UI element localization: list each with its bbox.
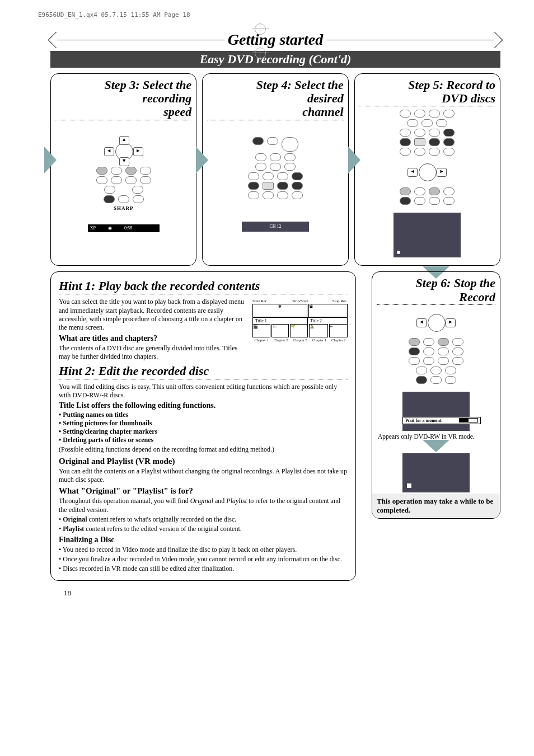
arrow-right-icon [348,147,360,173]
appears-note: Appears only DVD-RW in VR mode. [377,433,495,440]
page-number: 18 [50,581,500,598]
page-content: Getting started Easy DVD recording (Cont… [0,24,534,620]
disc-icon: ◉ [108,226,112,231]
step5-t2: DVD discs [442,91,495,105]
arrow-down-icon [423,440,449,452]
step3-box: Step 3: Select the recording speed ◄ ► ▲… [50,73,196,266]
playlist-li: • Playlist content refers to the edited … [59,525,348,533]
step6-t1: Step 6: Stop the [416,276,495,290]
step6-screen1: Wait for a moment. [402,392,470,431]
step4-box: Step 4: Select the desired channel CH 12 [202,73,348,266]
step3-t2: recording [142,91,191,105]
remote-illustration: ◄ ► [402,308,470,384]
page-title: Getting started [228,31,323,49]
fin-heading: Finalizing a Disc [59,536,348,544]
fin1: • You need to record in Video mode and f… [59,546,348,554]
title-chapter-diagram: Start Rec.Stop/StartStop Rec. ✽📽 Title 1… [252,299,348,342]
hints-block: Hint 1: Play back the recorded contents … [50,271,356,580]
step3-t3: speed [163,105,191,119]
step4-t1: Step 4: Select the [256,78,344,92]
step6-column: Step 6: Stop the Record ◄ ► Wait for a m… [372,271,500,518]
title-band: Getting started [50,31,500,49]
chevron-left-icon [48,31,65,48]
step4-t3: channel [302,105,343,119]
stop-icon [407,483,411,488]
remote-illustration [242,137,309,199]
step5-screen [394,213,461,257]
step6-screen2 [402,453,470,492]
wait-label: Wait for a moment. [405,418,443,423]
hint1-suba: The contents of a DVD disc are generally… [59,344,348,361]
step4-t2: desired [307,91,344,105]
arrow-right-icon [44,147,57,173]
wp-heading: What "Original" or "Playlist" is for? [59,486,348,496]
wp-body: Throughout this operation manual, you wi… [59,497,348,514]
progress-bar-icon [459,418,478,422]
items-note: (Possible editing functions depend on th… [59,445,348,454]
page-header-info: E9656UD_EN_1.qx4 05.7.15 11:55 AM Page 1… [0,0,534,24]
step6-t2: Record [459,290,495,304]
hint1-title: Hint 1: Play back the recorded contents [59,279,348,293]
steps-row: Step 3: Select the recording speed ◄ ► ▲… [50,73,500,266]
fin3: • Discs recorded in VR mode can still be… [59,565,348,573]
screen-time: 0:58 [124,226,132,231]
op-heading: Original and Playlist (VR mode) [59,457,348,466]
step5-t1: Step 5: Record to [408,78,495,92]
original-li: • Original content refers to what's orig… [59,515,348,524]
arrow-right-icon [196,147,208,173]
step4-screen: CH 12 [242,222,309,232]
page-subtitle: Easy DVD recording (Cont'd) [50,51,500,68]
record-dot-icon [397,251,400,254]
operation-note: This operation may take a while to be co… [372,494,500,518]
remote-illustration: ◄ ► ▲ ▼ SHARP [90,137,157,211]
step5-box: Step 5: Record to DVD discs ◄ ► [354,73,500,266]
op-body: You can edit the contents on a Playlist … [59,467,348,485]
remote-illustration: ◄ ► [394,110,461,205]
step3-screen: XP ◉ 0:58 [88,224,160,232]
chevron-right-icon [486,31,503,48]
step3-t1: Step 3: Select the [105,78,192,92]
editing-functions-list: Putting names on titles Setting pictures… [59,411,348,444]
crop-mark-bottom [255,48,266,59]
step6-box: Step 6: Stop the Record ◄ ► Wait for a m… [372,271,500,518]
fin2: • Once you finalize a disc recorded in V… [59,555,348,564]
screen-mode: XP [90,226,96,231]
hint2-tl-h: Title List offers the following editing … [59,401,348,410]
hint2-title: Hint 2: Edit the recorded disc [59,364,348,378]
hint2-body: You will find editing discs is easy. Thi… [59,383,348,400]
